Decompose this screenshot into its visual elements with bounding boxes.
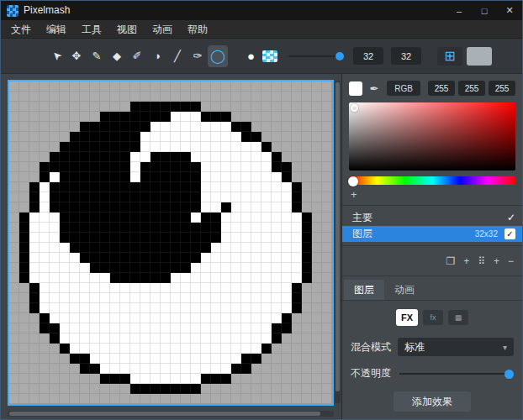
pixel-cell[interactable] xyxy=(181,162,191,172)
pixel-cell[interactable] xyxy=(282,112,292,122)
pixel-cell[interactable] xyxy=(60,172,70,182)
pixel-cell[interactable] xyxy=(272,333,282,344)
pixel-cell[interactable] xyxy=(19,162,29,172)
pixel-cell[interactable] xyxy=(312,293,322,303)
pixel-cell[interactable] xyxy=(151,374,161,384)
pixel-cell[interactable] xyxy=(40,202,50,213)
pixel-cell[interactable] xyxy=(201,152,211,162)
pixel-cell[interactable] xyxy=(231,213,241,223)
pixel-cell[interactable] xyxy=(241,303,251,313)
pixel-cell[interactable] xyxy=(282,81,292,92)
pixel-cell[interactable] xyxy=(120,192,130,202)
pixel-cell[interactable] xyxy=(70,142,80,152)
pixel-cell[interactable] xyxy=(292,354,302,364)
pixel-cell[interactable] xyxy=(80,344,90,354)
pixel-cell[interactable] xyxy=(151,182,161,192)
pixel-cell[interactable] xyxy=(272,374,282,384)
pixel-cell[interactable] xyxy=(130,273,140,283)
pixel-cell[interactable] xyxy=(70,364,80,374)
pixel-cell[interactable] xyxy=(302,122,312,132)
pixel-cell[interactable] xyxy=(130,364,140,374)
pixel-cell[interactable] xyxy=(181,323,191,333)
pixel-cell[interactable] xyxy=(9,112,19,122)
pixel-cell[interactable] xyxy=(292,344,302,354)
pixel-cell[interactable] xyxy=(241,273,251,283)
pixel-cell[interactable] xyxy=(221,243,231,253)
pixel-cell[interactable] xyxy=(292,303,302,313)
pixel-cell[interactable] xyxy=(201,253,211,263)
pixel-cell[interactable] xyxy=(241,354,251,364)
pixel-cell[interactable] xyxy=(120,364,130,374)
pixel-cell[interactable] xyxy=(90,313,100,323)
pixel-cell[interactable] xyxy=(191,182,201,192)
pixel-cell[interactable] xyxy=(120,132,130,142)
pixel-cell[interactable] xyxy=(181,192,191,202)
pixel-cell[interactable] xyxy=(272,344,282,354)
pixel-cell[interactable] xyxy=(19,192,29,202)
pixel-cell[interactable] xyxy=(80,354,90,364)
pixel-cell[interactable] xyxy=(302,354,312,364)
pixel-cell[interactable] xyxy=(19,253,29,263)
pixel-cell[interactable] xyxy=(171,172,181,182)
pixel-cell[interactable] xyxy=(161,213,171,223)
pixel-cell[interactable] xyxy=(221,172,231,182)
pixel-cell[interactable] xyxy=(50,213,60,223)
pixel-cell[interactable] xyxy=(302,333,312,344)
pixel-cell[interactable] xyxy=(211,344,221,354)
pixel-cell[interactable] xyxy=(211,92,221,102)
menu-edit[interactable]: 编辑 xyxy=(39,20,74,39)
pixel-cell[interactable] xyxy=(19,293,29,303)
pixel-cell[interactable] xyxy=(120,293,130,303)
pixel-cell[interactable] xyxy=(90,223,100,233)
pixel-cell[interactable] xyxy=(100,394,110,404)
green-value-input[interactable] xyxy=(458,81,485,96)
pixel-cell[interactable] xyxy=(201,243,211,253)
pixel-cell[interactable] xyxy=(80,142,90,152)
pixel-cell[interactable] xyxy=(211,253,221,263)
pixel-cell[interactable] xyxy=(140,92,151,102)
pixel-cell[interactable] xyxy=(241,192,251,202)
pixel-cell[interactable] xyxy=(211,192,221,202)
pixel-cell[interactable] xyxy=(50,223,60,233)
pixel-cell[interactable] xyxy=(140,142,151,152)
pixel-cell[interactable] xyxy=(181,313,191,323)
pixel-cell[interactable] xyxy=(262,394,272,404)
pixel-cell[interactable] xyxy=(140,333,151,344)
pixel-cell[interactable] xyxy=(140,233,151,243)
pixel-cell[interactable] xyxy=(130,132,140,142)
pixel-cell[interactable] xyxy=(251,92,262,102)
pixel-cell[interactable] xyxy=(151,354,161,364)
pixel-cell[interactable] xyxy=(282,313,292,323)
pixel-cell[interactable] xyxy=(251,313,262,323)
pixel-cell[interactable] xyxy=(211,243,221,253)
pixel-cell[interactable] xyxy=(272,313,282,323)
pixel-cell[interactable] xyxy=(302,192,312,202)
pixel-cell[interactable] xyxy=(110,374,120,384)
pixel-cell[interactable] xyxy=(312,333,322,344)
pixel-cell[interactable] xyxy=(9,233,19,243)
pixel-cell[interactable] xyxy=(90,92,100,102)
pixel-cell[interactable] xyxy=(221,344,231,354)
pixel-cell[interactable] xyxy=(292,233,302,243)
pixel-cell[interactable] xyxy=(191,323,201,333)
pixel-cell[interactable] xyxy=(302,202,312,213)
brush-size-track[interactable] xyxy=(288,55,342,57)
pixel-cell[interactable] xyxy=(50,323,60,333)
pixel-cell[interactable] xyxy=(272,283,282,293)
pixel-cell[interactable] xyxy=(120,384,130,394)
pixel-cell[interactable] xyxy=(50,81,60,92)
pixel-cell[interactable] xyxy=(29,112,40,122)
pixel-cell[interactable] xyxy=(70,333,80,344)
dither-tool-button[interactable]: ◑ xyxy=(147,45,167,67)
pixel-cell[interactable] xyxy=(70,263,80,273)
maximize-button[interactable]: □ xyxy=(472,1,497,20)
pixel-cell[interactable] xyxy=(292,202,302,213)
pixel-cell[interactable] xyxy=(50,384,60,394)
pixel-cell[interactable] xyxy=(251,374,262,384)
pixel-cell[interactable] xyxy=(120,313,130,323)
pixel-cell[interactable] xyxy=(9,364,19,374)
pixel-cell[interactable] xyxy=(191,293,201,303)
pixel-cell[interactable] xyxy=(262,243,272,253)
opacity-track[interactable] xyxy=(399,373,514,375)
pixel-cell[interactable] xyxy=(161,233,171,243)
